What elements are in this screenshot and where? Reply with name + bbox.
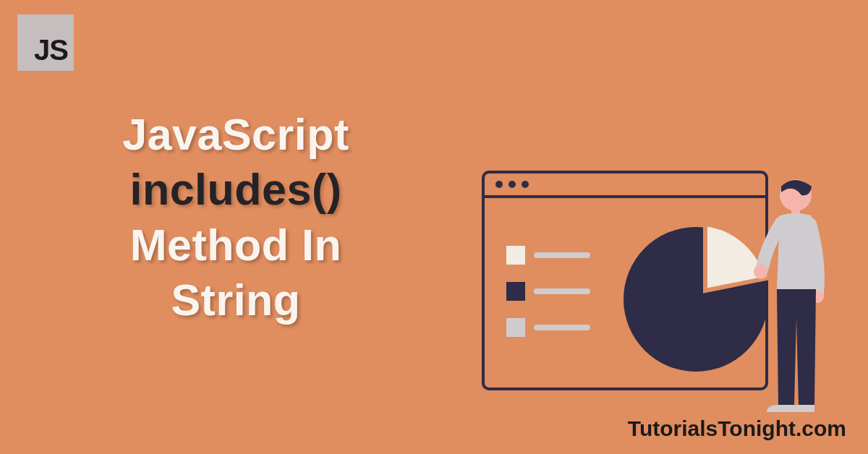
dashboard-illustration [477, 166, 839, 434]
window-dot-icon [509, 181, 516, 188]
pie-chart-slice [705, 224, 767, 291]
title-line-4: String [171, 275, 300, 325]
window-dot-icon [522, 181, 529, 188]
legend-line [534, 288, 590, 294]
legend-square-icon [506, 246, 525, 265]
page-title: JavaScript includes() Method In String [62, 107, 409, 327]
title-line-1: JavaScript [122, 110, 349, 159]
window-dot-icon [495, 181, 503, 188]
legend-line [534, 325, 590, 330]
legend-square-icon [506, 318, 525, 337]
js-logo-badge: JS [17, 14, 74, 71]
title-line-2: includes() [129, 165, 341, 214]
title-line-3: Method In [130, 220, 342, 270]
person-pants [777, 289, 816, 405]
legend-square-icon [506, 282, 525, 301]
legend-line [534, 252, 590, 258]
js-logo-text: JS [34, 34, 68, 67]
site-attribution: TutorialsTonight.com [628, 416, 846, 441]
person-hand [754, 265, 768, 279]
